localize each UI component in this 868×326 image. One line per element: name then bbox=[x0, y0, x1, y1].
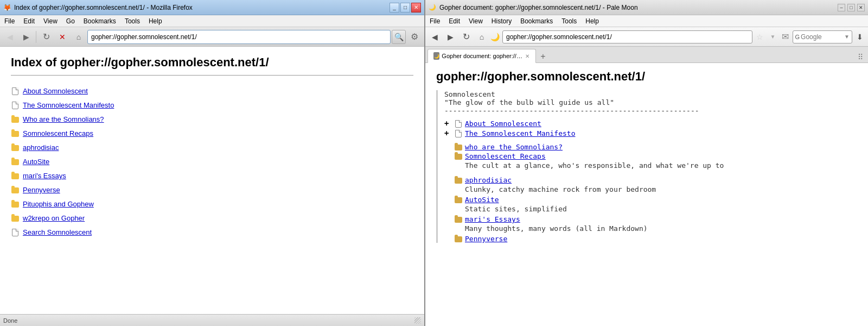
folder-icon bbox=[11, 115, 20, 124]
folder-icon bbox=[11, 129, 20, 138]
expand-button[interactable]: + bbox=[444, 119, 452, 128]
header-line1: Somnolescent bbox=[444, 90, 857, 98]
link-somnolians[interactable]: Who are the Somnolians? bbox=[23, 112, 104, 127]
reload-button[interactable]: ↻ bbox=[459, 30, 473, 44]
link-search[interactable]: Search Somnolescent bbox=[23, 225, 92, 240]
folder-icon bbox=[454, 153, 463, 160]
email-button[interactable]: ✉ bbox=[780, 31, 791, 43]
gopher-item: Pennyverse bbox=[444, 235, 857, 243]
link-aphrodisiac[interactable]: aphrodisiac bbox=[23, 141, 59, 155]
close-button[interactable]: ✕ bbox=[411, 3, 421, 12]
gopher-item: mari's Essays bbox=[444, 215, 857, 223]
folder-icon bbox=[454, 216, 463, 223]
search-input[interactable] bbox=[801, 33, 844, 41]
stop-button[interactable]: ✕ bbox=[55, 29, 70, 45]
urlbar-container: 🌙 ☆ ▼ bbox=[490, 30, 778, 43]
menu-bookmarks[interactable]: Bookmarks bbox=[81, 16, 118, 26]
menu-view[interactable]: View bbox=[467, 16, 485, 26]
list-item: Pennyverse bbox=[11, 183, 413, 197]
palemoon-window-controls: – □ ✕ bbox=[838, 4, 865, 11]
link-aphrodisiac[interactable]: aphrodisiac bbox=[465, 176, 512, 184]
palemoon-content: gopher://gopher.somnolescent.net/1/ Somn… bbox=[425, 63, 868, 326]
reload-button[interactable]: ↻ bbox=[39, 29, 54, 45]
tab-favicon: 🌙 bbox=[433, 52, 439, 60]
menu-view[interactable]: View bbox=[41, 16, 60, 26]
list-item: Who are the Somnolians? bbox=[11, 112, 413, 127]
menu-edit[interactable]: Edit bbox=[21, 16, 37, 26]
menu-tools[interactable]: Tools bbox=[559, 16, 579, 26]
search-engine-icon: G bbox=[795, 34, 801, 40]
link-recaps[interactable]: Somnolescent Recaps bbox=[465, 152, 546, 160]
menu-file[interactable]: File bbox=[2, 16, 17, 26]
minimize-button[interactable]: – bbox=[838, 4, 845, 11]
list-item: About Somnolescent bbox=[11, 84, 413, 98]
gopher-content: Somnolescent "The glow of the bulb will … bbox=[436, 90, 857, 243]
link-w2krepo[interactable]: w2krepo on Gopher bbox=[23, 211, 85, 225]
new-tab-button[interactable]: + bbox=[537, 51, 549, 62]
list-item: Pituophis and Gophew bbox=[11, 197, 413, 211]
page-title: gopher://gopher.somnolescent.net/1/ bbox=[436, 70, 857, 84]
folder-icon bbox=[11, 200, 20, 209]
bookmark-star-button[interactable]: ☆ bbox=[754, 31, 766, 43]
file-icon bbox=[11, 101, 20, 110]
link-pituophis[interactable]: Pituophis and Gophew bbox=[23, 197, 94, 211]
link-pennyverse[interactable]: Pennyverse bbox=[23, 183, 60, 197]
home-button[interactable]: ⌂ bbox=[71, 29, 86, 45]
firefox-window-controls: _ □ ✕ bbox=[390, 3, 421, 12]
minimize-button[interactable]: _ bbox=[390, 3, 399, 12]
menu-help[interactable]: Help bbox=[146, 16, 164, 26]
palemoon-toolbar: ◀ ▶ ↻ ⌂ 🌙 ☆ ▼ ✉ G ▼ ⬇ bbox=[425, 27, 868, 47]
url-input[interactable] bbox=[502, 30, 752, 43]
active-tab[interactable]: 🌙 Gopher document: gopher://gopher.... ✕ bbox=[427, 49, 536, 63]
settings-button[interactable]: ⚙ bbox=[407, 29, 422, 45]
menu-history[interactable]: History bbox=[489, 16, 514, 26]
expand-button[interactable]: + bbox=[444, 129, 452, 137]
list-item: The Somnolescent Manifesto bbox=[11, 98, 413, 112]
link-autosite[interactable]: AutoSite bbox=[465, 196, 499, 204]
status-text: Done bbox=[3, 317, 17, 324]
menu-bookmarks[interactable]: Bookmarks bbox=[518, 16, 555, 26]
menu-tools[interactable]: Tools bbox=[123, 16, 142, 26]
search-dropdown-icon[interactable]: ▼ bbox=[844, 34, 850, 40]
close-button[interactable]: ✕ bbox=[857, 4, 865, 11]
link-about[interactable]: About Somnolescent bbox=[23, 84, 88, 98]
link-somnolians[interactable]: who are the Somnolians? bbox=[465, 143, 563, 151]
forward-button[interactable]: ▶ bbox=[18, 29, 34, 45]
link-pennyverse[interactable]: Pennyverse bbox=[465, 235, 507, 243]
palemoon-menubar: File Edit View History Bookmarks Tools H… bbox=[425, 15, 868, 27]
firefox-titlebar: 🦊 Index of gopher://gopher.somnolescent.… bbox=[0, 0, 424, 15]
gopher-item: Somnolescent Recaps bbox=[444, 152, 857, 160]
back-button[interactable]: ◀ bbox=[2, 29, 17, 45]
link-mari[interactable]: mari's Essays bbox=[23, 169, 66, 183]
firefox-window: 🦊 Index of gopher://gopher.somnolescent.… bbox=[0, 0, 425, 326]
maximize-button[interactable]: □ bbox=[847, 4, 855, 11]
home-button[interactable]: ⌂ bbox=[475, 30, 489, 44]
firefox-toolbar: ◀ ▶ ↻ ✕ ⌂ 🔍 ⚙ bbox=[0, 27, 424, 47]
firefox-statusbar: Done bbox=[0, 314, 424, 326]
search-button[interactable]: 🔍 bbox=[392, 30, 406, 44]
url-input[interactable] bbox=[87, 30, 391, 44]
back-button[interactable]: ◀ bbox=[427, 30, 442, 44]
menu-edit[interactable]: Edit bbox=[446, 16, 462, 26]
tab-close-button[interactable]: ✕ bbox=[525, 53, 530, 60]
menu-go[interactable]: Go bbox=[64, 16, 77, 26]
firefox-content: Index of gopher://gopher.somnolescent.ne… bbox=[0, 47, 424, 314]
menu-file[interactable]: File bbox=[427, 16, 442, 26]
maximize-button[interactable]: □ bbox=[400, 3, 410, 12]
download-button[interactable]: ⬇ bbox=[854, 31, 866, 43]
link-mari[interactable]: mari's Essays bbox=[465, 215, 520, 223]
mari-desc: Many thoughts, many words (all in Markdo… bbox=[444, 224, 857, 233]
link-manifesto[interactable]: The Somnolescent Manifesto bbox=[23, 98, 114, 112]
file-icon bbox=[11, 87, 20, 96]
link-autosite[interactable]: AutoSite bbox=[23, 155, 49, 169]
tab-grip: ⠿ bbox=[855, 52, 866, 62]
resize-grip bbox=[414, 317, 421, 324]
link-recaps[interactable]: Somnolescent Recaps bbox=[23, 127, 93, 141]
forward-button[interactable]: ▶ bbox=[443, 30, 457, 44]
link-manifesto[interactable]: The Somnolescent Manifesto bbox=[465, 129, 576, 137]
statusbar-right bbox=[414, 317, 421, 324]
link-about[interactable]: About Somnolescent bbox=[465, 120, 541, 128]
folder-icon bbox=[454, 235, 463, 243]
menu-help[interactable]: Help bbox=[583, 16, 601, 26]
gopher-item: AutoSite bbox=[444, 196, 857, 204]
